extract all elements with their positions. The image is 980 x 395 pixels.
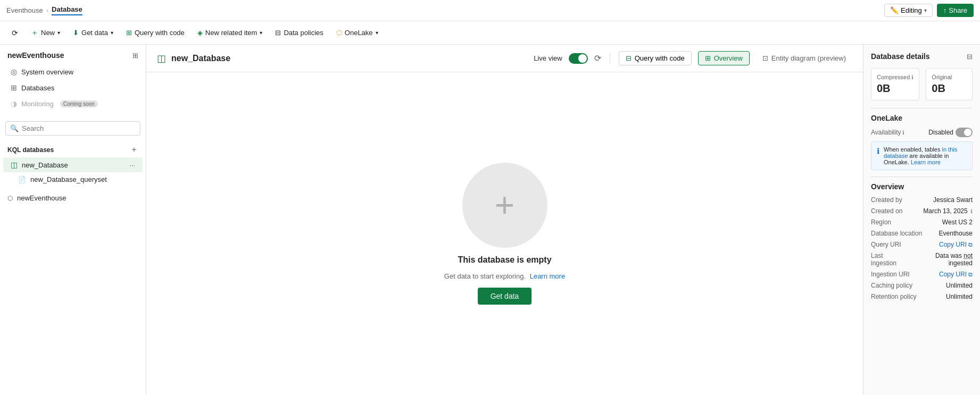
get-data-label: Get data [81,29,108,37]
sidebar-kql-section: KQL databases ＋ [0,140,146,157]
sidebar-layout-icon[interactable]: ⊞ [132,52,138,60]
get-data-chevron-icon: ▾ [111,30,113,36]
query-uri-value[interactable]: Copy URI ⧉ [939,241,973,248]
header-divider [610,53,610,64]
stats-row: Compressed ℹ 0B Original 0B [871,68,973,100]
entity-diagram-button[interactable]: ⊡ Entity diagram (preview) [756,52,852,65]
onelake-label: OneLake [345,29,373,37]
original-stat: Original 0B [926,68,973,100]
data-policies-label: Data policies [284,29,323,37]
learn-more-onelake-link[interactable]: Learn more [911,159,941,165]
compressed-stat: Compressed ℹ 0B [871,68,919,100]
sidebar-item-monitoring[interactable]: ◑ Monitoring Coming soon [3,96,143,112]
sidebar-search-box[interactable]: 🔍 [5,121,140,136]
live-view-label: Live view [534,54,562,62]
monitoring-label: Monitoring [21,100,54,108]
top-bar: Eventhouse › Database ✏️ Editing ▾ ↑ Sha… [0,0,980,21]
info-box-text: When enabled, tables in this database ar… [884,146,967,165]
overview-icon: ⊞ [705,54,711,62]
right-panel-toggle-icon[interactable]: ⊟ [967,53,973,61]
databases-icon: ⊞ [11,83,17,92]
created-by-key: Created by [871,196,902,204]
eventhouse-name-label: newEventhouse [17,194,67,202]
kql-databases-label: KQL databases [7,146,54,154]
empty-state: + This database is empty Get data to sta… [444,163,565,305]
refresh-button[interactable]: ⟳ [6,26,23,40]
editing-button[interactable]: ✏️ Editing ▾ [884,4,933,17]
database-nav-item[interactable]: Database [52,5,82,15]
sidebar-item-databases[interactable]: ⊞ Databases [3,80,143,96]
refresh-icon: ⟳ [12,29,18,37]
sidebar-eventhouse-item[interactable]: ⬡ newEventhouse [0,191,146,205]
query-with-code-btn-label: Query with code [635,54,685,62]
divider1 [871,108,973,108]
availability-info-icon: ℹ [902,130,904,136]
db-location-row: Database location Eventhouse [871,230,973,237]
created-on-key: Created on [871,207,902,215]
onelake-availability-label: Availability ℹ [871,129,904,136]
onelake-title: OneLake [871,114,973,122]
db-name-label: new_Database [22,161,68,169]
region-key: Region [871,218,891,226]
database-icon: ◫ [11,161,18,169]
toolbar: ⟳ ＋ New ▾ ⬇ Get data ▾ ⊞ Query with code… [0,21,980,45]
last-ingestion-key: Last ingestion [871,252,910,267]
content-refresh-button[interactable]: ⟳ [594,53,601,63]
ingestion-uri-row: Ingestion URI Copy URI ⧉ [871,271,973,278]
share-button[interactable]: ↑ Share [937,4,974,17]
empty-circle-icon: + [462,163,547,248]
get-data-icon: ⬇ [73,29,79,37]
pencil-icon: ✏️ [890,6,899,14]
data-policies-button[interactable]: ⊟ Data policies [270,26,328,39]
overview-button[interactable]: ⊞ Overview [698,51,750,65]
get-data-button[interactable]: ⬇ Get data ▾ [68,26,119,39]
content-header-right: Live view ⟳ ⊟ Query with code ⊞ Overview… [534,51,852,65]
sidebar-header-icons: ⊞ [132,52,138,60]
editing-label: Editing [901,6,922,14]
get-data-empty-button[interactable]: Get data [478,288,532,305]
plus-circle-icon: + [495,188,514,222]
sidebar-db-item[interactable]: ◫ new_Database ··· [3,157,143,172]
empty-subtitle: Get data to start exploring. Learn more [444,272,565,280]
queryset-icon: 📄 [18,176,26,183]
chevron-down-icon: ▾ [924,7,927,13]
created-by-row: Created by Jessica Swart [871,196,973,204]
new-related-item-button[interactable]: ◈ New related item ▾ [192,26,268,39]
info-box-link[interactable]: in this database [884,146,957,159]
query-with-code-toolbar-button[interactable]: ⊞ Query with code [121,26,190,39]
overview-label: Overview [714,54,743,62]
eventhouse-nav-item[interactable]: Eventhouse [6,6,43,14]
top-bar-left: Eventhouse › Database [6,5,82,15]
created-on-value: March 13, 2025 ℹ [923,207,973,215]
ingestion-uri-value[interactable]: Copy URI ⧉ [939,271,973,278]
query-code-icon: ⊞ [126,29,132,37]
compressed-label: Compressed ℹ [877,74,913,80]
query-with-code-button[interactable]: ⊟ Query with code [619,51,692,65]
retention-policy-row: Retention policy Unlimited [871,293,973,300]
query-code-icon2: ⊟ [626,54,632,62]
onelake-button[interactable]: ⬡ OneLake ▾ [331,26,384,39]
created-on-row: Created on March 13, 2025 ℹ [871,207,973,215]
sidebar-queryset-item[interactable]: 📄 new_Database_queryset [0,172,146,187]
query-uri-copy-link[interactable]: Copy URI [939,241,967,248]
learn-more-link[interactable]: Learn more [530,272,565,280]
right-panel-header: Database details ⊟ [871,52,973,61]
ingestion-uri-copy-link[interactable]: Copy URI [939,271,967,278]
db-more-button[interactable]: ··· [129,161,135,169]
search-input[interactable] [22,124,136,132]
related-icon: ◈ [197,29,203,37]
sidebar-header: newEventhouse ⊞ [0,45,146,64]
onelake-chevron-icon: ▾ [376,30,378,36]
onelake-toggle[interactable] [956,128,973,137]
sidebar-item-system-overview[interactable]: ◎ System overview [3,64,143,80]
new-button[interactable]: ＋ New ▾ [26,26,65,40]
main-layout: newEventhouse ⊞ ◎ System overview ⊞ Data… [0,45,980,395]
new-related-item-label: New related item [205,29,258,37]
live-view-toggle[interactable] [569,53,588,64]
add-kql-database-button[interactable]: ＋ [130,144,138,155]
original-value: 0B [932,82,967,95]
ingestion-uri-key: Ingestion URI [871,271,910,278]
system-overview-label: System overview [21,68,73,76]
compressed-value: 0B [877,82,913,95]
sidebar-title: newEventhouse [7,51,64,60]
